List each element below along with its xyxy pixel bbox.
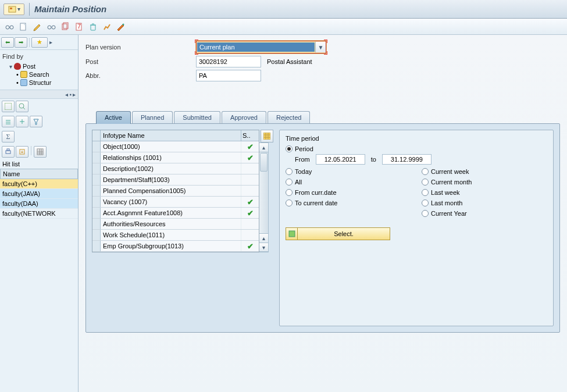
from-label: From bbox=[295, 156, 310, 163]
tab-planned[interactable]: Planned bbox=[132, 111, 173, 123]
infotype-row[interactable]: Department/Staff(1003) bbox=[92, 174, 259, 186]
post-description: Postal Assistant bbox=[267, 58, 312, 65]
radio-curr-week[interactable]: Current week bbox=[422, 168, 547, 175]
left-panel: ⬅ ➡ ★ ▸ Find by ▾ Post • Search • bbox=[0, 35, 79, 392]
display-icon[interactable] bbox=[47, 22, 56, 31]
grid-button[interactable] bbox=[34, 146, 47, 158]
nav-back-button[interactable]: ⬅ bbox=[1, 37, 14, 48]
time-period-title: Time period bbox=[286, 135, 547, 142]
app-toolbar: 7 bbox=[0, 19, 567, 35]
infotype-row[interactable]: Description(1002) bbox=[92, 163, 259, 174]
nav-forward-button[interactable]: ➡ bbox=[15, 37, 27, 48]
collapse-all-button[interactable] bbox=[2, 116, 15, 127]
find-button[interactable] bbox=[16, 101, 28, 112]
radio-today[interactable]: Today bbox=[286, 168, 411, 175]
plan-version-label: Plan version bbox=[85, 44, 196, 51]
infotype-row[interactable]: Authorities/Resources bbox=[92, 219, 259, 230]
infotype-row[interactable]: Relationships (1001)✔ bbox=[92, 152, 259, 163]
tab-rejected[interactable]: Rejected bbox=[268, 111, 310, 123]
abbr-field[interactable]: PA bbox=[196, 70, 261, 81]
abbr-label: Abbr. bbox=[85, 72, 196, 79]
radio-all[interactable]: All bbox=[286, 179, 411, 186]
tree-node-post[interactable]: ▾ Post bbox=[3, 62, 74, 70]
radio-curr-year[interactable]: Current Year bbox=[422, 210, 547, 217]
plan-version-value: Current plan bbox=[197, 42, 315, 52]
tree-node-structure[interactable]: • Structur bbox=[3, 79, 74, 87]
page-title: Maintain Position bbox=[34, 4, 106, 14]
post-field[interactable]: 30028192 bbox=[196, 56, 261, 67]
delete-icon[interactable] bbox=[88, 22, 98, 31]
hitlist-header: Hit list bbox=[0, 159, 78, 169]
svg-point-2 bbox=[6, 26, 9, 29]
scroll-end-icon[interactable]: ▾ bbox=[259, 243, 268, 252]
svg-rect-13 bbox=[5, 103, 12, 110]
to-label: to bbox=[371, 156, 376, 163]
scroll-up-icon[interactable]: ▴ bbox=[259, 143, 268, 152]
glasses-icon[interactable] bbox=[5, 22, 14, 31]
delimit-icon[interactable]: 7 bbox=[74, 22, 84, 31]
table-settings-button[interactable] bbox=[261, 130, 273, 142]
svg-rect-15 bbox=[6, 151, 10, 154]
hitlist-col-name[interactable]: Name bbox=[0, 169, 78, 179]
svg-rect-20 bbox=[289, 231, 295, 237]
radio-to-curr[interactable]: To current date bbox=[286, 199, 411, 206]
overview-icon[interactable] bbox=[102, 22, 112, 31]
radio-last-month[interactable]: Last month bbox=[422, 199, 547, 206]
tab-active[interactable]: Active bbox=[96, 111, 131, 124]
from-date-input[interactable] bbox=[316, 154, 365, 165]
check-icon: ✔ bbox=[247, 198, 254, 206]
svg-rect-11 bbox=[91, 25, 95, 30]
main-panel: Plan version Current plan ▼ Post 3002819… bbox=[79, 35, 567, 392]
check-icon: ✔ bbox=[247, 209, 254, 218]
nav-more-icon[interactable]: ▸ bbox=[49, 39, 52, 45]
collapse-icon: ▾ bbox=[9, 63, 12, 70]
radio-from-curr[interactable]: From curr.date bbox=[286, 189, 411, 196]
svg-point-5 bbox=[48, 26, 51, 29]
print-button[interactable] bbox=[2, 146, 15, 158]
radio-last-week[interactable]: Last week bbox=[422, 189, 547, 196]
tab-approved[interactable]: Approved bbox=[222, 111, 266, 123]
infotype-row[interactable]: Object(1000)✔ bbox=[92, 141, 259, 152]
hitlist-row[interactable]: faculty(NETWORK bbox=[0, 209, 78, 219]
title-bar: ▾ Maintain Position bbox=[0, 0, 567, 19]
hitlist-row[interactable]: faculty(DAA) bbox=[0, 199, 78, 209]
infotype-col-name[interactable]: Infotype Name bbox=[101, 130, 241, 141]
expand-button[interactable] bbox=[16, 116, 28, 127]
radio-curr-month[interactable]: Current month bbox=[422, 179, 547, 186]
tree-scroll[interactable]: ◂▪▸ bbox=[0, 90, 78, 99]
post-label: Post bbox=[85, 58, 196, 65]
tree-node-search[interactable]: • Search bbox=[3, 70, 74, 79]
hitlist-row[interactable]: faculty(JAVA) bbox=[0, 189, 78, 199]
table-scrollbar[interactable]: ▴ ▴ ▾ bbox=[259, 142, 269, 252]
sum-button[interactable]: Σ bbox=[2, 131, 15, 142]
radio-period[interactable]: Period bbox=[286, 145, 313, 152]
nav-favorite-button[interactable]: ★ bbox=[31, 37, 48, 48]
export-button[interactable] bbox=[16, 146, 28, 158]
filter-button[interactable] bbox=[30, 116, 42, 127]
tab-submitted[interactable]: Submitted bbox=[174, 111, 220, 123]
infotype-row[interactable]: Acct.Asgnmnt Feature1008)✔ bbox=[92, 208, 259, 219]
edit-icon[interactable] bbox=[33, 22, 42, 31]
app-icon[interactable]: ▾ bbox=[3, 3, 24, 15]
hitlist-row[interactable]: faculty(C++) bbox=[0, 179, 78, 189]
infotype-row[interactable]: Emp Group/Subgroup(1013)✔ bbox=[92, 241, 259, 252]
structure-icon bbox=[20, 79, 27, 86]
change-icon[interactable] bbox=[116, 22, 126, 31]
infotype-col-s[interactable]: S.. bbox=[241, 130, 259, 141]
time-period-box: Time period Period From to Today Current… bbox=[279, 130, 554, 326]
layout-button-1[interactable] bbox=[2, 101, 15, 112]
infotype-row[interactable]: Planned Compensation1005) bbox=[92, 186, 259, 197]
infotype-table: Infotype Name S.. Object(1000)✔Relations… bbox=[92, 130, 259, 252]
svg-point-12 bbox=[123, 23, 124, 25]
select-button[interactable]: Select. bbox=[286, 227, 390, 240]
scroll-down-icon[interactable]: ▴ bbox=[259, 233, 268, 243]
tab-content: Infotype Name S.. Object(1000)✔Relations… bbox=[85, 123, 560, 333]
new-icon[interactable] bbox=[19, 22, 28, 31]
copy-icon[interactable] bbox=[60, 22, 70, 31]
check-icon: ✔ bbox=[247, 142, 254, 151]
to-date-input[interactable] bbox=[382, 154, 432, 165]
infotype-row[interactable]: Work Schedule(1011) bbox=[92, 230, 259, 241]
svg-point-6 bbox=[52, 26, 55, 29]
infotype-row[interactable]: Vacancy (1007)✔ bbox=[92, 197, 259, 208]
plan-version-combo[interactable]: Current plan ▼ bbox=[196, 41, 326, 54]
